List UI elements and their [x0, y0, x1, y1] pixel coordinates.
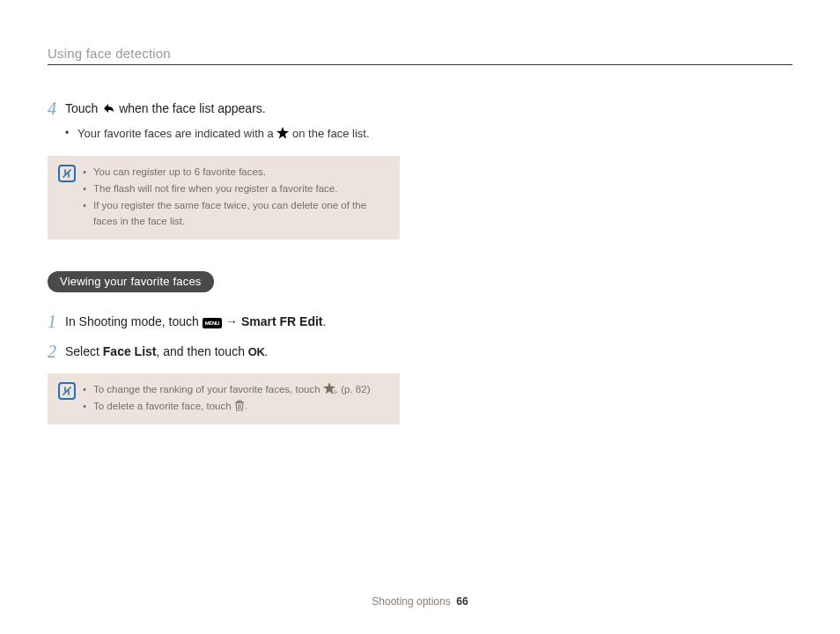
bullet-text: Your favorite faces are indicated with a… — [77, 125, 370, 144]
note-icon-wrap — [58, 382, 83, 417]
text-part: . — [245, 401, 247, 411]
note-text: You can register up to 6 favorite faces. — [93, 165, 266, 180]
step-4: 4 Touch when the face list appears. — [48, 99, 400, 118]
content-column: 4 Touch when the face list appears. • Yo… — [48, 99, 400, 424]
note-text: The flash will not fire when you registe… — [93, 181, 337, 196]
text-part: Select — [65, 344, 103, 358]
step-number: 4 — [48, 99, 65, 118]
step-text: In Shooting mode, touch MENU → Smart FR … — [65, 312, 326, 331]
note-box-2: • To change the ranking of your favorite… — [48, 373, 400, 425]
ok-icon: OK — [248, 343, 265, 361]
text-part: . (p. 82) — [335, 384, 371, 394]
step-1: 1 In Shooting mode, touch MENU → Smart F… — [48, 312, 400, 331]
text-part: Touch — [65, 101, 101, 115]
back-icon — [101, 102, 115, 114]
text-part: In Shooting mode, touch — [65, 314, 203, 328]
footer-section: Shooting options — [372, 595, 450, 608]
note-icon — [58, 382, 76, 400]
page-footer: Shooting options 66 — [0, 595, 840, 608]
text-part: . — [323, 314, 327, 328]
text-part: To change the ranking of your favorite f… — [93, 384, 323, 394]
text-part: . — [264, 344, 268, 358]
text-part: , and then touch — [157, 344, 248, 358]
note-text: To change the ranking of your favorite f… — [93, 382, 370, 397]
note-list: • To change the ranking of your favorite… — [83, 382, 389, 417]
step-4-bullet: • Your favorite faces are indicated with… — [65, 125, 400, 144]
note-text: To delete a favorite face, touch . — [93, 399, 247, 414]
footer-page-number: 66 — [456, 595, 468, 608]
text-part: Your favorite faces are indicated with a — [77, 127, 276, 140]
header-rule — [48, 64, 792, 65]
step-2: 2 Select Face List, and then touch OK. — [48, 342, 400, 361]
menu-icon: MENU — [203, 318, 222, 328]
note-item: •If you register the same face twice, yo… — [83, 198, 389, 229]
note-item: • To delete a favorite face, touch . — [83, 399, 389, 414]
star-ranking-icon: 123 — [323, 382, 335, 394]
bold-text: Smart FR Edit — [241, 314, 323, 328]
note-box-1: •You can register up to 6 favorite faces… — [48, 156, 400, 240]
page-header-title: Using face detection — [48, 46, 792, 64]
star-icon — [276, 127, 289, 139]
step-number: 1 — [48, 312, 65, 331]
text-part: when the face list appears. — [115, 101, 265, 115]
note-list: •You can register up to 6 favorite faces… — [83, 165, 389, 231]
section-pill: Viewing your favorite faces — [48, 271, 214, 292]
text-part: on the face list. — [289, 127, 369, 140]
note-item: •The flash will not fire when you regist… — [83, 181, 389, 196]
arrow-icon: → — [222, 314, 241, 328]
step-text: Touch when the face list appears. — [65, 99, 266, 118]
bold-text: Face List — [103, 344, 157, 358]
trash-icon — [234, 400, 245, 411]
note-icon — [58, 165, 76, 182]
note-text: If you register the same face twice, you… — [93, 198, 389, 229]
bullet-dot: • — [65, 125, 77, 144]
step-text: Select Face List, and then touch OK. — [65, 342, 268, 361]
text-part: To delete a favorite face, touch — [93, 401, 234, 411]
note-icon-wrap — [58, 165, 83, 231]
note-item: •You can register up to 6 favorite faces… — [83, 165, 389, 180]
note-item: • To change the ranking of your favorite… — [83, 382, 389, 397]
step-number: 2 — [48, 342, 65, 361]
